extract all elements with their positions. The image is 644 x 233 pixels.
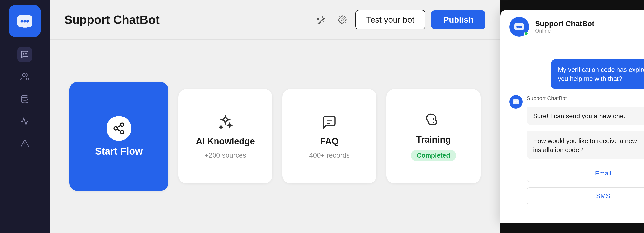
svg-point-13 [114, 127, 118, 130]
svg-line-16 [117, 125, 121, 128]
email-option-button[interactable]: Email [526, 165, 644, 182]
publish-button[interactable]: Publish [431, 11, 486, 29]
svg-point-11 [341, 19, 343, 21]
test-bot-button[interactable]: Test your bot [356, 10, 426, 30]
svg-point-19 [518, 26, 520, 28]
svg-point-24 [517, 101, 518, 102]
svg-point-8 [22, 95, 28, 98]
sidebar-item-bot[interactable] [17, 47, 32, 62]
online-indicator [524, 32, 528, 36]
sidebar-logo[interactable] [9, 5, 41, 37]
svg-point-1 [20, 20, 24, 23]
svg-point-22 [514, 101, 516, 102]
settings-button[interactable] [335, 13, 350, 27]
bot-avatar-icon [512, 98, 520, 106]
chat-bubbles-icon [322, 115, 337, 130]
svg-point-14 [121, 130, 124, 134]
bot-messages-stack: Support ChatBot Sure! I can send you a n… [526, 95, 644, 204]
svg-point-5 [23, 54, 24, 54]
app-container: Support ChatBot [0, 0, 644, 233]
chat-messages: Customer My verification code has expire… [500, 44, 644, 223]
chat-header: Support ChatBot Online [500, 10, 644, 44]
chat-panel: Support ChatBot Online Customer My verif… [500, 10, 644, 223]
sparkles-icon [218, 115, 233, 130]
magic-wand-button[interactable] [314, 13, 329, 27]
bot-message-bubble-1: Sure! I can send you a new one. [526, 107, 644, 125]
bot-sender-label: Support ChatBot [526, 95, 644, 102]
training-card[interactable]: Training Completed [386, 89, 480, 183]
start-flow-title: Start Flow [95, 146, 143, 157]
sidebar-item-integrations[interactable] [17, 136, 32, 151]
ai-knowledge-subtitle: +200 sources [204, 151, 246, 159]
bot-message-avatar [509, 95, 523, 109]
start-flow-icon-circle [106, 116, 131, 141]
page-header: Support ChatBot [50, 0, 500, 40]
customer-message-bubble: My verification code has expired. Could … [551, 59, 644, 89]
faq-card[interactable]: FAQ 400+ records [282, 89, 376, 183]
sidebar-navigation [0, 47, 50, 151]
svg-point-6 [26, 54, 26, 54]
ai-knowledge-title: AI Knowledge [196, 136, 255, 146]
main-content: Support ChatBot [50, 0, 500, 233]
customer-message-wrapper: Customer My verification code has expire… [509, 51, 644, 89]
flow-icon [112, 122, 125, 135]
bot-message-row: Support ChatBot Sure! I can send you a n… [509, 95, 644, 204]
page-title: Support ChatBot [64, 13, 160, 27]
sidebar [0, 0, 50, 233]
chat-bot-avatar-icon [514, 21, 524, 32]
svg-point-23 [516, 101, 517, 102]
chat-bot-name: Support ChatBot [535, 19, 594, 28]
training-title: Training [416, 134, 451, 145]
svg-point-12 [121, 123, 124, 126]
sidebar-item-users[interactable] [17, 69, 32, 84]
svg-line-15 [117, 129, 121, 131]
faq-icon [320, 113, 338, 131]
svg-rect-4 [23, 26, 26, 28]
ai-knowledge-card[interactable]: AI Knowledge +200 sources [178, 89, 272, 183]
sms-option-button[interactable]: SMS [526, 187, 644, 204]
svg-point-7 [22, 74, 25, 77]
brain-icon [426, 113, 441, 128]
svg-point-20 [520, 26, 522, 28]
training-icon [424, 112, 442, 129]
bot-message-bubble-2: How would you like to receive a new inst… [526, 131, 644, 159]
sidebar-item-analytics[interactable] [17, 114, 32, 129]
chat-bot-status: Online [535, 28, 594, 34]
sidebar-item-database[interactable] [17, 92, 32, 107]
faq-title: FAQ [320, 136, 338, 146]
training-status-badge: Completed [411, 150, 456, 161]
svg-point-2 [23, 20, 26, 23]
chat-bot-avatar [509, 17, 529, 37]
cards-area: Start Flow AI Knowledge +200 sources [50, 40, 500, 233]
header-actions: Test your bot Publish [314, 10, 486, 30]
ai-knowledge-icon [216, 113, 234, 131]
svg-point-3 [26, 20, 29, 23]
faq-subtitle: 400+ records [309, 151, 350, 159]
chat-header-info: Support ChatBot Online [535, 19, 594, 34]
svg-point-18 [516, 26, 518, 28]
start-flow-card[interactable]: Start Flow [69, 82, 168, 191]
